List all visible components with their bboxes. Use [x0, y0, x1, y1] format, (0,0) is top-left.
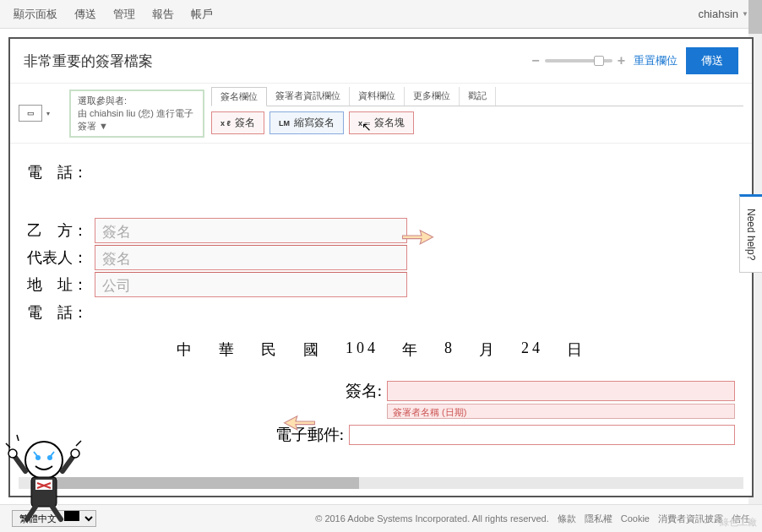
tool-signature[interactable]: x ℓ 簽名: [211, 111, 264, 134]
username: chiahsin: [698, 8, 738, 20]
document-area: 電 話： 乙 方： 簽名 代表人： 簽名 地 址： 公司 電 話： 中 華 民 …: [10, 144, 752, 481]
label-party-b: 乙 方：: [27, 220, 95, 241]
need-help-tab[interactable]: Need help?: [739, 194, 762, 273]
tool-signature-block[interactable]: x ═ 簽名塊: [349, 111, 414, 134]
menu-account[interactable]: 帳戶: [191, 7, 213, 22]
row-phone-2: 電 話：: [27, 302, 735, 323]
participant-label: 選取參與者:: [78, 95, 196, 107]
svg-line-7: [63, 456, 73, 471]
label-phone-2: 電 話：: [27, 302, 103, 323]
date-part-6: 8: [444, 339, 455, 360]
tool-buttons: x ℓ 簽名 LM 縮寫簽名 x ═ 簽名塊: [211, 106, 743, 139]
date-part-9: 日: [567, 339, 585, 360]
date-part-8: 24: [521, 339, 543, 360]
svg-point-6: [8, 449, 17, 458]
panel-controls: − + 重置欄位 傳送: [531, 47, 738, 74]
svg-point-0: [25, 442, 63, 479]
field-rep-signature[interactable]: 簽名: [95, 245, 407, 270]
vscroll-thumb[interactable]: [748, 0, 762, 34]
menu-report[interactable]: 報告: [152, 7, 174, 22]
label-signature: 簽名:: [306, 380, 382, 402]
participant-value[interactable]: 由 chiahsin liu (您) 進行電子簽署 ▼: [78, 107, 196, 133]
toolbar: ▭ 選取參與者: 由 chiahsin liu (您) 進行電子簽署 ▼ 簽名欄…: [10, 84, 752, 144]
footer-link-privacy[interactable]: 隱私權: [585, 513, 612, 525]
bottom-sig-row-1: 簽名:: [27, 380, 735, 402]
panel-header: 非常重要的簽署檔案 − + 重置欄位 傳送: [10, 39, 752, 84]
user-menu[interactable]: chiahsin ▼: [698, 8, 748, 20]
svg-line-10: [52, 507, 61, 519]
field-tabs-area: 簽名欄位 簽署者資訊欄位 資料欄位 更多欄位 戳記 x ℓ 簽名 LM 縮寫簽名…: [211, 87, 743, 139]
footer: 繁體中文 © 2016 Adobe Systems Incorporated. …: [0, 504, 762, 532]
date-part-2: 民: [261, 339, 280, 360]
tab-stamps[interactable]: 戳記: [460, 87, 496, 106]
tab-signature-fields[interactable]: 簽名欄位: [211, 87, 267, 106]
top-menu-left: 顯示面板 傳送 管理 報告 帳戶: [14, 7, 213, 22]
top-menu-bar: 顯示面板 傳送 管理 報告 帳戶 chiahsin ▼: [0, 0, 762, 29]
zoom-controls: − +: [531, 53, 625, 68]
field-bottom-signature[interactable]: [387, 381, 735, 401]
bottom-sig-meta-row: 簽署者名稱 (日期): [27, 404, 735, 419]
signature-prefix-icon: x ℓ: [220, 119, 231, 128]
block-prefix-icon: x ═: [358, 119, 370, 128]
footer-link-cookie[interactable]: Cookie: [621, 513, 650, 524]
date-part-1: 華: [219, 339, 237, 360]
footer-link-terms[interactable]: 條款: [558, 513, 576, 525]
menu-dashboard[interactable]: 顯示面板: [14, 7, 57, 22]
initials-prefix-icon: LM: [279, 119, 290, 128]
svg-line-9: [27, 507, 35, 519]
menu-manage[interactable]: 管理: [113, 7, 135, 22]
svg-point-8: [71, 449, 79, 458]
date-part-0: 中: [177, 339, 195, 360]
document-title: 非常重要的簽署檔案: [24, 52, 153, 71]
participant-selector[interactable]: 選取參與者: 由 chiahsin liu (您) 進行電子簽署 ▼: [69, 90, 204, 138]
date-part-4: 104: [346, 339, 378, 360]
label-phone: 電 話：: [27, 162, 103, 182]
field-company[interactable]: 公司: [95, 272, 407, 297]
pointing-hand-icon: [399, 223, 437, 248]
mascot-character: [2, 431, 86, 524]
date-part-3: 國: [303, 339, 322, 360]
label-address: 地 址：: [27, 274, 95, 295]
reset-fields-link[interactable]: 重置欄位: [634, 53, 678, 68]
watermark: 綠色工廠: [720, 516, 757, 529]
copyright-text: © 2016 Adobe Systems Incorporated. All r…: [315, 513, 549, 524]
zoom-out-icon[interactable]: −: [531, 53, 539, 68]
row-address: 地 址： 公司: [27, 272, 735, 297]
tool-initials-label: 縮寫簽名: [294, 116, 335, 130]
tool-initials[interactable]: LM 縮寫簽名: [269, 111, 344, 134]
row-representative: 代表人： 簽名: [27, 245, 735, 270]
device-preview-icon[interactable]: ▭: [19, 105, 42, 122]
tab-signer-info[interactable]: 簽署者資訊欄位: [267, 87, 350, 106]
horizontal-scrollbar[interactable]: [19, 477, 743, 489]
date-row: 中 華 民 國 104 年 8 月 24 日: [27, 339, 735, 360]
row-party-b: 乙 方： 簽名: [27, 218, 735, 243]
tab-more-fields[interactable]: 更多欄位: [405, 87, 460, 106]
field-party-b-signature[interactable]: 簽名: [95, 218, 407, 243]
field-email[interactable]: [349, 425, 735, 445]
footer-link-consumer[interactable]: 消費者資訊披露: [658, 513, 723, 525]
zoom-slider[interactable]: [545, 59, 612, 62]
svg-line-5: [14, 456, 25, 471]
date-part-5: 年: [402, 339, 421, 360]
pointing-hand-icon-2: [280, 409, 318, 434]
send-button[interactable]: 傳送: [686, 47, 738, 74]
tab-data-fields[interactable]: 資料欄位: [350, 87, 405, 106]
main-panel: 非常重要的簽署檔案 − + 重置欄位 傳送 ▭ 選取參與者: 由 chiahsi…: [8, 37, 754, 497]
zoom-slider-thumb[interactable]: [594, 56, 604, 66]
menu-send[interactable]: 傳送: [74, 7, 96, 22]
signature-meta-label[interactable]: 簽署者名稱 (日期): [387, 404, 735, 419]
footer-right: © 2016 Adobe Systems Incorporated. All r…: [315, 513, 750, 525]
dropdown-icon: ▼: [742, 10, 748, 18]
zoom-in-icon[interactable]: +: [618, 53, 625, 68]
tool-block-label: 簽名塊: [374, 116, 405, 130]
bottom-signature-block: 簽名: 簽署者名稱 (日期) 電子郵件:: [27, 380, 735, 448]
date-part-7: 月: [479, 339, 498, 360]
bottom-email-row: 電子郵件:: [27, 422, 735, 448]
row-phone-1: 電 話：: [27, 162, 735, 182]
tabs-row: 簽名欄位 簽署者資訊欄位 資料欄位 更多欄位 戳記: [211, 87, 743, 106]
label-representative: 代表人：: [27, 247, 95, 268]
svg-rect-11: [64, 511, 79, 521]
tool-signature-label: 簽名: [235, 116, 255, 130]
